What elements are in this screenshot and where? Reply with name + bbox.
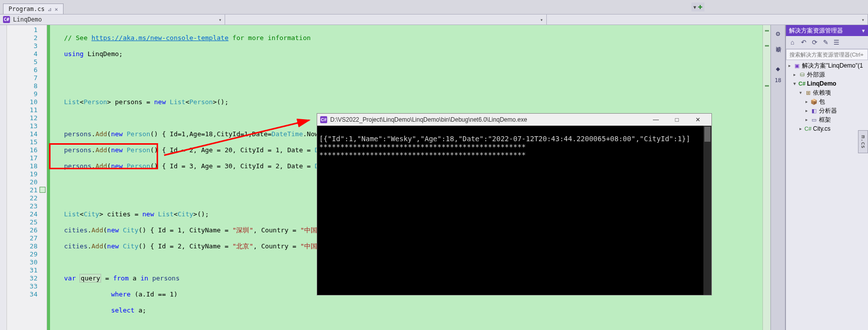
external-sources-node[interactable]: ▸⛁外部源	[786, 70, 868, 79]
console-scrollbar[interactable]	[703, 126, 711, 295]
main-area: 12345 678910 1112131415 1617181920 21 22…	[0, 25, 868, 330]
gear-icon[interactable]: ⚙	[772, 28, 783, 39]
solution-search[interactable]	[786, 49, 868, 60]
tab-strip: Program.cs ⊿ ✕ ▾ ✚	[0, 0, 868, 14]
analyzers-node[interactable]: ▸◧分析器	[786, 106, 868, 115]
packages-node[interactable]: ▸📦包	[786, 97, 868, 106]
close-icon[interactable]: ✕	[55, 6, 58, 13]
dependencies-node[interactable]: ▾⊞依赖项	[786, 88, 868, 97]
right-tab-stub[interactable]: m.cs	[858, 130, 868, 153]
scope-dropdown[interactable]: ▾	[225, 15, 547, 25]
console-output: [{"Id":1,"Name":"Wesky","Age":18,"Date":…	[317, 126, 711, 295]
sync-icon[interactable]: ⟳	[810, 38, 819, 47]
dropdown-icon[interactable]: ▾	[862, 28, 865, 34]
code-area[interactable]: // See https://aka.ms/new-console-templa…	[50, 25, 762, 330]
city-cs-node[interactable]: ▸C#City.cs	[786, 124, 868, 133]
solution-search-input[interactable]	[786, 50, 867, 60]
solution-node[interactable]: ▸▣解决方案"LinqDemo"(1	[786, 61, 868, 70]
solution-explorer: 解决方案资源管理器 ▾ ⌂ ↶ ⟳ ✎ ☰ ▸▣解决方案"LinqDemo"(1…	[785, 25, 868, 330]
solution-explorer-title: 解决方案资源管理器	[789, 27, 843, 35]
solution-explorer-header[interactable]: 解决方案资源管理器 ▾	[786, 25, 868, 36]
filter-icon[interactable]: ☰	[832, 38, 841, 47]
scrollbar-thumb[interactable]	[704, 127, 710, 142]
solution-toolbar: ⌂ ↶ ⟳ ✎ ☰	[786, 36, 868, 49]
member-dropdown[interactable]: ▾	[547, 15, 869, 25]
console-window: C# D:\VS2022_Project\LinqDemo\LinqDemo\b…	[317, 113, 712, 295]
console-icon: C#	[320, 116, 327, 123]
minimize-button[interactable]: —	[645, 114, 666, 125]
chevron-down-icon: ▾	[693, 4, 696, 11]
diamond-icon[interactable]: ◆	[772, 63, 783, 74]
project-node[interactable]: ▾C#LinqDemo	[786, 79, 868, 88]
tab-title: Program.cs	[9, 6, 45, 13]
brush-icon[interactable]: ✎	[821, 38, 830, 47]
close-button[interactable]: ✕	[687, 114, 708, 125]
editor-margin	[0, 25, 7, 330]
line-number-gutter: 12345 678910 1112131415 1617181920 21 22…	[7, 25, 47, 330]
chevron-down-icon: ▾	[540, 17, 543, 23]
new-file-dropdown[interactable]: ▾ ✚	[691, 3, 704, 12]
pin-icon[interactable]: ⊿	[48, 7, 52, 12]
edit-marker-icon	[40, 187, 46, 193]
back-icon[interactable]: ↶	[799, 38, 808, 47]
line-indicator: 18	[774, 77, 781, 84]
solution-tree[interactable]: ▸▣解决方案"LinqDemo"(1 ▸⛁外部源 ▾C#LinqDemo ▾⊞依…	[786, 60, 868, 330]
project-dropdown-label: LinqDemo	[13, 16, 42, 23]
chevron-down-icon: ▾	[861, 17, 864, 23]
console-titlebar[interactable]: C# D:\VS2022_Project\LinqDemo\LinqDemo\b…	[317, 114, 711, 126]
tab-program-cs[interactable]: Program.cs ⊿ ✕	[3, 4, 64, 14]
code-editor[interactable]: 12345 678910 1112131415 1617181920 21 22…	[0, 25, 770, 330]
maximize-button[interactable]: □	[666, 114, 687, 125]
csharp-project-icon: C#	[3, 16, 10, 23]
frameworks-node[interactable]: ▸▭框架	[786, 115, 868, 124]
home-icon[interactable]: ⌂	[788, 38, 797, 47]
chevron-down-icon: ▾	[219, 17, 222, 23]
plus-icon: ✚	[698, 4, 702, 11]
console-title: D:\VS2022_Project\LinqDemo\LinqDemo\bin\…	[330, 116, 527, 123]
nav-dropdown-bar: C# LinqDemo ▾ ▾ ▾	[0, 14, 868, 25]
scroll-map[interactable]	[762, 25, 770, 330]
template-link[interactable]: https://aka.ms/new-console-template	[92, 34, 229, 42]
tool-ribbon: ⚙ 诊断 ◆ 18	[770, 25, 785, 330]
project-dropdown[interactable]: C# LinqDemo ▾	[0, 15, 225, 25]
